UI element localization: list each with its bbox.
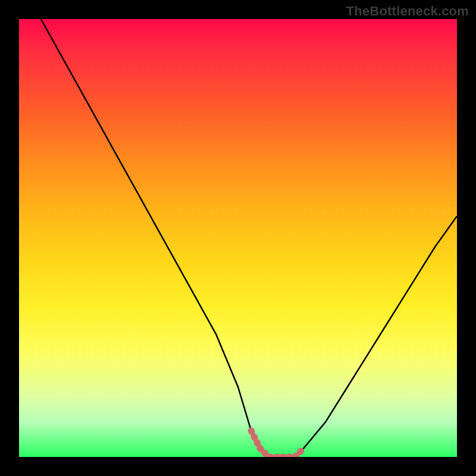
bottleneck-curve-path: [41, 19, 457, 457]
watermark-text: TheBottleneck.com: [346, 4, 469, 19]
chart-frame: TheBottleneck.com: [0, 0, 476, 476]
curve-layer: [19, 19, 457, 457]
optimal-band-path: [251, 431, 303, 457]
plot-area: [19, 19, 457, 457]
